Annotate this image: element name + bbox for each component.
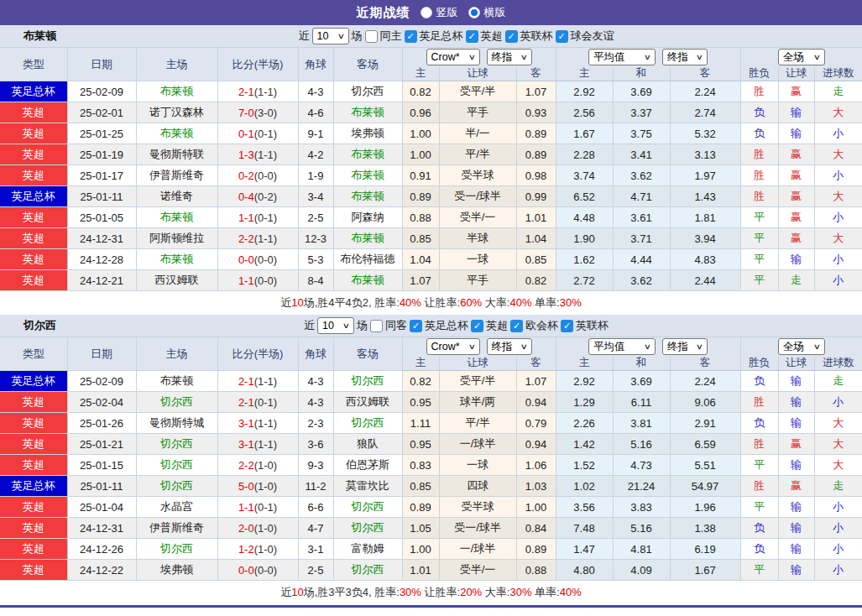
radio-icon[interactable] — [421, 7, 432, 18]
average-value-select[interactable]: 平均值∨ — [588, 338, 656, 355]
layout-radio-horizontal[interactable]: 横版 — [468, 5, 506, 20]
home-team[interactable]: 伊普斯维奇 — [136, 165, 217, 186]
home-team[interactable]: 诺丁汉森林 — [136, 102, 217, 123]
halftime-score: (0-0) — [254, 274, 277, 287]
win-loss-result: 胜 — [740, 186, 778, 207]
away-team[interactable]: 莫雷坎比 — [333, 476, 402, 497]
away-team[interactable]: 布莱顿 — [333, 228, 402, 249]
final-index-select[interactable]: 终指∨ — [487, 338, 532, 355]
final-index-select-2[interactable]: 终指∨ — [662, 49, 708, 65]
home-team[interactable]: 水晶宫 — [136, 497, 217, 518]
fulltime-score: 0-2 — [238, 170, 254, 182]
away-team[interactable]: 富勒姆 — [333, 539, 402, 560]
full-match-select[interactable]: 全场∨ — [778, 338, 825, 355]
halftime-score: (0-0) — [254, 564, 277, 577]
away-team[interactable]: 切尔西 — [333, 371, 402, 392]
same-venue-checkbox[interactable] — [370, 320, 383, 332]
match-count-select[interactable]: 10∨ — [312, 28, 349, 44]
avg-away-odds: 3.13 — [670, 144, 740, 165]
away-team[interactable]: 布莱顿 — [333, 186, 402, 207]
layout-radio-vertical[interactable]: 竖版 — [421, 5, 458, 20]
column-subheader: 和 — [613, 356, 670, 371]
home-team[interactable]: 布莱顿 — [136, 371, 217, 392]
match-count-select[interactable]: 10∨ — [317, 317, 354, 334]
away-team[interactable]: 西汉姆联 — [333, 392, 402, 413]
halftime-score: (1-1) — [254, 375, 277, 388]
home-team[interactable]: 埃弗顿 — [136, 560, 217, 581]
avg-draw-odds: 3.69 — [613, 81, 670, 102]
final-index-select[interactable]: 终指∨ — [487, 49, 532, 65]
away-team[interactable]: 狼队 — [333, 434, 402, 455]
home-team[interactable]: 曼彻斯特城 — [136, 413, 217, 434]
handicap-line: 半/一 — [439, 123, 516, 144]
away-team[interactable]: 切尔西 — [333, 497, 402, 518]
away-team[interactable]: 切尔西 — [333, 81, 402, 102]
away-team[interactable]: 切尔西 — [333, 560, 402, 581]
home-team[interactable]: 布莱顿 — [136, 81, 217, 102]
league-checkbox[interactable]: ✓ — [510, 320, 523, 332]
avg-home-odds: 6.52 — [556, 186, 613, 207]
home-team[interactable]: 切尔西 — [136, 434, 217, 455]
odds-source-select[interactable]: Crow*∨ — [426, 338, 480, 355]
score-cell: 2-1(1-1) — [217, 371, 298, 392]
league-checkbox[interactable]: ✓ — [466, 30, 478, 43]
goals-result: 小 — [814, 165, 862, 186]
same-venue-label: 同客 — [385, 318, 407, 333]
handicap-line: 球半/两 — [439, 392, 516, 413]
match-count-select-value: 10 — [322, 320, 334, 331]
column-header: 主场 — [136, 48, 217, 81]
away-team[interactable]: 埃弗顿 — [333, 123, 402, 144]
odds-source-select[interactable]: Crow*∨ — [426, 49, 480, 65]
handicap-line: 受平/半 — [439, 371, 516, 392]
away-team[interactable]: 布莱顿 — [333, 102, 402, 123]
away-team[interactable]: 布莱顿 — [333, 144, 402, 165]
final-index-select-2[interactable]: 终指∨ — [662, 338, 708, 355]
home-team[interactable]: 诺维奇 — [136, 186, 217, 207]
home-team[interactable]: 布莱顿 — [136, 249, 217, 270]
away-team[interactable]: 切尔西 — [333, 413, 402, 434]
summary-part: 大率: — [482, 586, 509, 598]
home-team[interactable]: 切尔西 — [136, 455, 217, 476]
away-team[interactable]: 布伦特福德 — [333, 249, 402, 270]
score-cell: 2-0(1-0) — [217, 518, 298, 539]
home-team[interactable]: 切尔西 — [136, 476, 217, 497]
handicap-result: 赢 — [778, 207, 814, 228]
full-match-select[interactable]: 全场∨ — [778, 49, 825, 65]
fulltime-score: 1-1 — [238, 501, 254, 514]
away-team[interactable]: 切尔西 — [333, 518, 402, 539]
match-row: 英超25-01-17伊普斯维奇0-2(0-0)1-9布莱顿0.91受半球0.98… — [0, 165, 862, 186]
match-count-select-value: 10 — [317, 30, 329, 42]
away-team[interactable]: 阿森纳 — [333, 207, 402, 228]
avg-away-odds: 2.24 — [670, 81, 740, 102]
section-header: 布莱顿近10∨场同主✓英足总杯✓英超✓英联杯✓球会友谊 — [0, 25, 862, 48]
league-checkbox[interactable]: ✓ — [556, 30, 568, 43]
away-team[interactable]: 布莱顿 — [333, 270, 402, 291]
home-team[interactable]: 布莱顿 — [136, 207, 217, 228]
home-team[interactable]: 西汉姆联 — [136, 270, 217, 291]
score-cell: 0-2(0-0) — [217, 165, 298, 186]
halftime-score: (1-1) — [254, 417, 277, 430]
home-team[interactable]: 曼彻斯特联 — [136, 144, 217, 165]
home-team[interactable]: 切尔西 — [136, 392, 217, 413]
home-team[interactable]: 切尔西 — [136, 539, 217, 560]
away-team[interactable]: 伯恩茅斯 — [333, 455, 402, 476]
radio-icon[interactable] — [468, 7, 480, 18]
league-checkbox[interactable]: ✓ — [561, 320, 573, 332]
same-venue-checkbox[interactable] — [365, 30, 378, 43]
score-cell: 2-2(1-0) — [217, 455, 298, 476]
average-value-select[interactable]: 平均值∨ — [588, 49, 656, 65]
league-checkbox[interactable]: ✓ — [410, 320, 422, 332]
home-team[interactable]: 布莱顿 — [136, 123, 217, 144]
away-odds: 1.01 — [516, 207, 556, 228]
home-team[interactable]: 阿斯顿维拉 — [136, 228, 217, 249]
home-odds: 1.07 — [402, 270, 439, 291]
league-checkbox[interactable]: ✓ — [505, 30, 518, 43]
away-team[interactable]: 布莱顿 — [333, 165, 402, 186]
home-team[interactable]: 伊普斯维奇 — [136, 518, 217, 539]
league-checkbox[interactable]: ✓ — [471, 320, 483, 332]
score-cell: 1-1(0-0) — [217, 270, 298, 291]
match-date: 24-12-21 — [67, 270, 136, 291]
handicap-line: 平手 — [439, 270, 516, 291]
goals-result: 小 — [814, 539, 862, 560]
league-checkbox[interactable]: ✓ — [405, 30, 417, 43]
